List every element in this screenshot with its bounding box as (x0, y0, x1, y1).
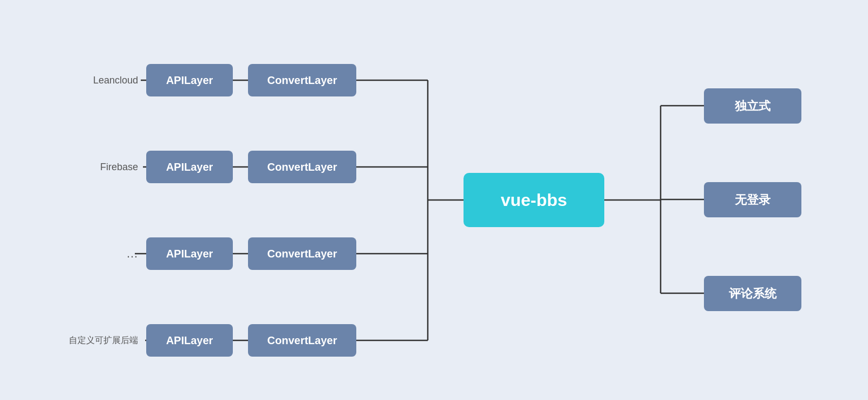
center-node-vue-bbs: vue-bbs (464, 173, 604, 227)
api-layer-0: APILayer (146, 64, 233, 96)
label-firebase: Firebase (51, 151, 143, 183)
output-no-login: 无登录 (704, 182, 801, 217)
label-custom: 自定义可扩展后端 (11, 324, 143, 357)
api-layer-1: APILayer (146, 151, 233, 183)
convert-layer-3: ConvertLayer (248, 324, 356, 357)
api-layer-3: APILayer (146, 324, 233, 357)
convert-layer-2: ConvertLayer (248, 237, 356, 270)
convert-layer-0: ConvertLayer (248, 64, 356, 96)
label-ellipsis: … (97, 237, 143, 270)
diagram-container: Leancloud APILayer ConvertLayer Firebase… (0, 0, 868, 400)
label-leancloud: Leancloud (51, 64, 143, 96)
convert-layer-1: ConvertLayer (248, 151, 356, 183)
api-layer-2: APILayer (146, 237, 233, 270)
output-comment-system: 评论系统 (704, 276, 801, 311)
output-standalone: 独立式 (704, 88, 801, 124)
